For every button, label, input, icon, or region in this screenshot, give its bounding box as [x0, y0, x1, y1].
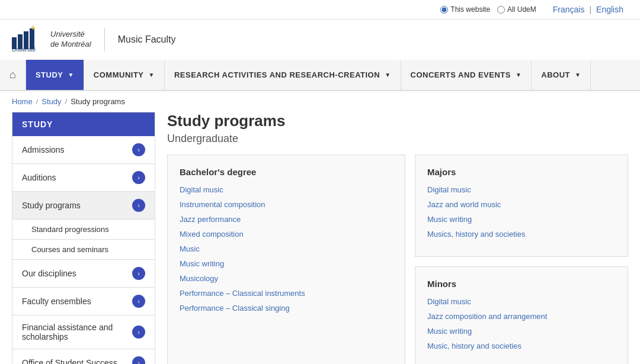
main-content: Study programs Undergraduate Bachelor's …: [167, 112, 628, 364]
nav-research[interactable]: RESEARCH ACTIVITIES AND RESEARCH-CREATIO…: [165, 60, 401, 90]
svg-text:Université: Université: [12, 47, 36, 52]
university-name-line2: de Montréal: [50, 40, 91, 50]
nav-concerts[interactable]: CONCERTS AND EVENTS ▼: [401, 60, 532, 90]
sidebar-item-financial[interactable]: Financial assistance and scholarships ›: [12, 315, 155, 349]
majors-link-musics-history[interactable]: Musics, history and societies: [427, 230, 616, 239]
bachelor-card: Bachelor's degree Digital music Instrume…: [167, 154, 405, 364]
majors-link-digital-music[interactable]: Digital music: [427, 185, 616, 194]
sidebar-item-student-success[interactable]: Office of Student Success ›: [12, 349, 155, 364]
nav-concerts-label: CONCERTS AND EVENTS: [411, 70, 511, 79]
minors-link-digital-music[interactable]: Digital music: [427, 297, 616, 306]
page-title: Study programs: [167, 112, 628, 130]
sidebar-disciplines-label: Our disciplines: [22, 269, 76, 278]
bachelor-link-musicology[interactable]: Musicology: [180, 274, 393, 283]
minors-link-music-writing[interactable]: Music writing: [427, 327, 616, 336]
sidebar-faculty-ensembles-label: Faculty ensembles: [22, 297, 91, 306]
minors-card-title: Minors: [427, 279, 616, 289]
bachelor-link-music-writing[interactable]: Music writing: [180, 259, 393, 268]
main-nav: ⌂ STUDY ▼ COMMUNITY ▼ RESEARCH ACTIVITIE…: [0, 60, 640, 91]
sidebar-header: STUDY: [12, 112, 155, 136]
bachelor-link-instrumental[interactable]: Instrumental composition: [180, 200, 393, 209]
nav-research-chevron: ▼: [385, 72, 391, 78]
majors-link-jazz-world[interactable]: Jazz and world music: [427, 200, 616, 209]
sidebar-study-programs-label: Study programs: [22, 201, 81, 210]
sidebar-financial-label: Financial assistance and scholarships: [22, 323, 129, 342]
svg-rect-3: [30, 28, 34, 49]
page-subtitle: Undergraduate: [167, 133, 628, 145]
breadcrumb-home[interactable]: Home: [12, 97, 33, 106]
sidebar-auditions-label: Auditions: [22, 173, 56, 182]
majors-card: Majors Digital music Jazz and world musi…: [415, 154, 628, 257]
bachelor-link-music[interactable]: Music: [180, 244, 393, 253]
sidebar-disciplines-arrow: ›: [132, 267, 145, 280]
university-logo[interactable]: Université de Montréal Université de Mon…: [12, 25, 175, 54]
sidebar-study-programs-arrow: ›: [132, 199, 145, 212]
nav-community-chevron: ▼: [149, 72, 155, 78]
nav-study[interactable]: STUDY ▼: [26, 60, 84, 90]
nav-about[interactable]: ABOUT ▼: [532, 60, 591, 90]
bachelor-link-digital-music[interactable]: Digital music: [180, 185, 393, 194]
nav-community-label: COMMUNITY: [94, 70, 144, 79]
home-icon: ⌂: [9, 69, 16, 81]
sidebar-item-auditions[interactable]: Auditions ›: [12, 164, 155, 192]
minors-card: Minors Digital music Jazz composition an…: [415, 266, 628, 364]
udem-logo-icon: Université de Montréal: [12, 25, 44, 54]
home-nav-button[interactable]: ⌂: [0, 60, 26, 90]
nav-community[interactable]: COMMUNITY ▼: [84, 60, 165, 90]
top-bar: This website All UdeM Français | English: [0, 0, 640, 20]
sidebar-admissions-label: Admissions: [22, 145, 65, 154]
sidebar-item-faculty-ensembles[interactable]: Faculty ensembles ›: [12, 288, 155, 315]
radio-this-website[interactable]: This website: [440, 5, 490, 14]
cards-row-top: Bachelor's degree Digital music Instrume…: [167, 154, 628, 364]
nav-about-label: ABOUT: [541, 70, 570, 79]
sidebar-item-study-programs[interactable]: Study programs ›: [12, 192, 155, 220]
breadcrumb-study[interactable]: Study: [41, 97, 61, 106]
logo-divider: [104, 28, 105, 51]
logo-bar: Université de Montréal Université de Mon…: [0, 20, 640, 60]
bachelor-card-title: Bachelor's degree: [180, 167, 393, 177]
sidebar-sub-standard-progressions[interactable]: Standard progressions: [12, 220, 155, 240]
content-area: STUDY Admissions › Auditions › Study pro…: [0, 112, 640, 364]
search-scope-group: This website All UdeM: [440, 5, 536, 14]
right-column: Majors Digital music Jazz and world musi…: [415, 154, 628, 364]
breadcrumb-sep1: /: [36, 97, 39, 106]
language-switcher: Français | English: [548, 5, 628, 14]
sidebar: STUDY Admissions › Auditions › Study pro…: [12, 112, 155, 364]
sidebar-financial-arrow: ›: [132, 326, 145, 339]
breadcrumb: Home / Study / Study programs: [0, 91, 640, 112]
svg-rect-6: [31, 27, 35, 28]
minors-link-music-history[interactable]: Music, history and societies: [427, 342, 616, 350]
sidebar-student-success-label: Office of Student Success: [22, 358, 117, 364]
nav-research-label: RESEARCH ACTIVITIES AND RESEARCH-CREATIO…: [174, 70, 380, 79]
breadcrumb-current: Study programs: [71, 97, 125, 106]
nav-concerts-chevron: ▼: [516, 72, 521, 78]
lang-en-link[interactable]: English: [591, 5, 628, 14]
faculty-name: Music Faculty: [118, 34, 176, 45]
university-name-line1: Université: [50, 30, 91, 40]
nav-study-chevron: ▼: [68, 72, 73, 78]
bachelor-link-performance-classical-instruments[interactable]: Performance – Classical instruments: [180, 289, 393, 298]
majors-link-music-writing[interactable]: Music writing: [427, 215, 616, 224]
lang-fr-link[interactable]: Français: [548, 5, 590, 14]
majors-card-title: Majors: [427, 167, 616, 177]
bachelor-link-jazz-performance[interactable]: Jazz performance: [180, 215, 393, 224]
breadcrumb-sep2: /: [65, 97, 68, 106]
sidebar-faculty-ensembles-arrow: ›: [132, 295, 145, 308]
bachelor-link-performance-classical-singing[interactable]: Performance – Classical singing: [180, 304, 393, 313]
sidebar-item-disciplines[interactable]: Our disciplines ›: [12, 260, 155, 288]
radio-all-udem[interactable]: All UdeM: [497, 5, 536, 14]
sidebar-auditions-arrow: ›: [132, 171, 145, 184]
sidebar-admissions-arrow: ›: [132, 143, 145, 156]
bachelor-link-mixed[interactable]: Mixed composition: [180, 230, 393, 239]
minors-link-jazz-composition[interactable]: Jazz composition and arrangement: [427, 312, 616, 321]
sidebar-student-success-arrow: ›: [132, 356, 145, 364]
nav-study-label: STUDY: [36, 70, 63, 79]
nav-about-chevron: ▼: [575, 72, 581, 78]
sidebar-sub-courses-seminars[interactable]: Courses and seminars: [12, 240, 155, 260]
sidebar-item-admissions[interactable]: Admissions ›: [12, 136, 155, 164]
